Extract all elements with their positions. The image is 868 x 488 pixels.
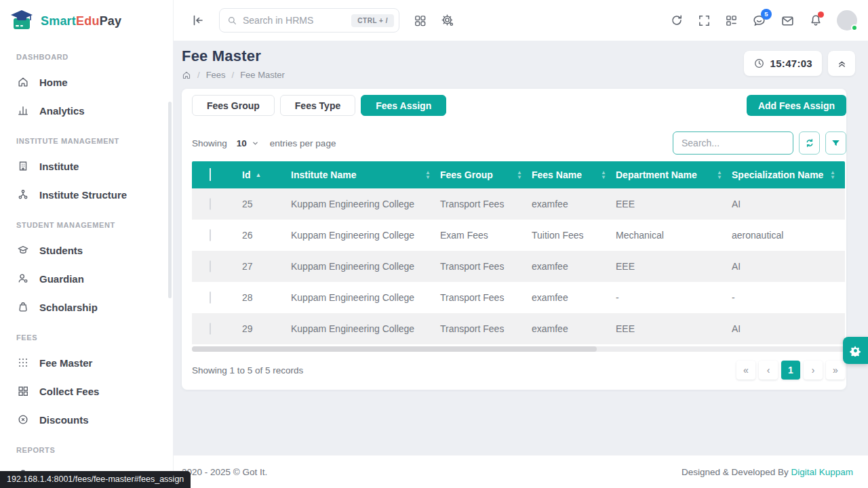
sidebar-item-label: Scholarship [39,302,98,313]
pagination-first-button[interactable]: « [736,361,755,380]
breadcrumb-fees[interactable]: Fees [206,70,226,80]
breadcrumb-home-icon[interactable] [182,70,191,80]
search-icon [227,16,237,26]
select-all-checkbox[interactable] [210,168,211,181]
sidebar-item-label: Institute [39,161,79,172]
sort-icon[interactable]: ▲▼ [601,170,606,180]
refresh-icon[interactable] [670,14,684,27]
sidebar-item-scholarship[interactable]: Scholarship [0,293,173,321]
table-search-input[interactable] [673,131,793,155]
table-row[interactable]: 27 Kuppam Engineering College Transport … [192,251,845,282]
clock-icon [753,58,765,69]
pagination-prev-button[interactable]: ‹ [759,361,778,380]
apps-grid-icon[interactable] [414,14,427,27]
add-fees-assign-button[interactable]: Add Fees Assign [747,95,846,116]
sort-asc-icon[interactable]: ▲ [255,171,261,178]
sidebar-scrollbar[interactable] [168,102,172,298]
col-header-fees-name[interactable]: Fees Name [532,169,582,180]
sidebar-item-home[interactable]: Home [0,68,173,96]
table-horizontal-scrollbar[interactable] [192,346,845,352]
entries-label: entries per page [270,138,336,148]
fees-assign-table: Id▲ Institute Name▲▼ Fees Group▲▼ Fees N… [192,161,845,344]
sidebar-item-label: Institute Structure [39,189,127,201]
chat-icon[interactable]: 5 [752,14,766,28]
mail-icon[interactable] [781,14,795,28]
money-bag-icon [17,301,29,313]
fee-master-card: Fees Group Fees Type Fees Assign Add Fee… [182,89,846,390]
digital-kuppam-link[interactable]: Digital Kuppam [791,467,853,477]
sidebar-item-institute-structure[interactable]: Institute Structure [0,180,173,209]
tab-fees-type[interactable]: Fees Type [280,95,355,116]
breadcrumb: / Fees / Fee Master [182,70,285,80]
pagination: « ‹ 1 › » [736,361,845,380]
sidebar-item-label: Fee Master [39,357,92,369]
pagination-last-button[interactable]: » [826,361,845,380]
sidebar-item-label: Guardian [39,273,84,285]
hierarchy-icon [17,188,29,201]
col-header-institute[interactable]: Institute Name [291,169,356,180]
chevron-double-up-icon [837,58,847,68]
sidebar-collapse-icon[interactable] [191,14,205,27]
sidebar-item-analytics[interactable]: Analytics [0,96,173,125]
sidebar-item-students[interactable]: Students [0,236,173,264]
global-search[interactable]: CTRL + / [219,8,399,33]
clock-widget: 15:47:03 [744,51,822,76]
clock-time: 15:47:03 [770,58,812,69]
sidebar-section-institute-management: INSTITUTE MANAGEMENT [0,125,173,152]
settings-gear-icon[interactable] [441,14,454,27]
pagination-page-1-button[interactable]: 1 [781,361,800,380]
breadcrumb-fee-master: Fee Master [240,70,285,80]
app-logo[interactable]: SmartEduPay [0,0,173,41]
table-row[interactable]: 29 Kuppam Engineering College Transport … [192,313,845,344]
tab-fees-assign[interactable]: Fees Assign [361,95,446,116]
row-checkbox[interactable] [210,323,211,335]
sidebar-item-collect-fees[interactable]: Collect Fees [0,377,173,405]
global-search-input[interactable] [243,15,346,26]
sidebar-item-guardian[interactable]: Guardian [0,264,173,293]
notifications-bell-icon[interactable] [809,14,823,27]
search-shortcut-badge: CTRL + / [351,14,394,27]
row-checkbox[interactable] [210,291,211,304]
discount-icon [17,413,29,426]
user-avatar[interactable] [837,10,857,30]
scrollbar-thumb[interactable] [192,346,597,352]
person-icon [17,272,29,285]
copyright-text: 2020 - 2025 © Got It. [182,467,267,477]
sidebar: SmartEduPay DASHBOARD Home Analytics INS… [0,0,174,488]
layout-grid-icon[interactable] [725,14,738,27]
grid-dots-icon [17,357,29,369]
sidebar-item-fee-master[interactable]: Fee Master [0,348,173,377]
sort-icon[interactable]: ▲▼ [830,170,835,180]
tab-fees-group[interactable]: Fees Group [192,95,275,116]
chevron-down-icon [252,140,259,147]
col-header-fees-group[interactable]: Fees Group [440,169,493,180]
row-checkbox[interactable] [210,229,211,241]
row-checkbox[interactable] [210,198,211,210]
page-title: Fee Master [182,47,285,65]
sort-icon[interactable]: ▲▼ [425,170,431,180]
table-row[interactable]: 26 Kuppam Engineering College Exam Fees … [192,220,845,251]
fullscreen-icon[interactable] [698,14,711,27]
table-refresh-button[interactable] [799,131,820,155]
collapse-header-button[interactable] [828,51,855,76]
showing-label: Showing [192,138,227,148]
col-header-department[interactable]: Department Name [616,169,697,180]
content-area: Fee Master / Fees / Fee Master 15:47:03 [174,41,868,455]
col-header-id[interactable]: Id [242,169,250,180]
page-size-value: 10 [237,138,247,148]
credit-text: Designed & Developed By Digital Kuppam [682,467,853,477]
pagination-next-button[interactable]: › [804,361,823,380]
page-size-select[interactable]: 10 [237,138,259,148]
table-row[interactable]: 28 Kuppam Engineering College Transport … [192,282,845,313]
row-checkbox[interactable] [210,260,211,272]
sort-icon[interactable]: ▲▼ [517,170,522,180]
theme-settings-fab[interactable] [843,337,868,364]
sidebar-item-institute[interactable]: Institute [0,152,173,180]
sidebar-item-label: Discounts [39,414,89,426]
table-row[interactable]: 25 Kuppam Engineering College Transport … [192,188,845,220]
sort-icon[interactable]: ▲▼ [717,170,722,180]
sidebar-item-discounts[interactable]: Discounts [0,405,173,434]
table-filter-button[interactable] [825,131,846,155]
col-header-specialization[interactable]: Specialization Name [732,169,823,180]
records-summary: Showing 1 to 5 of 5 records [192,365,303,375]
